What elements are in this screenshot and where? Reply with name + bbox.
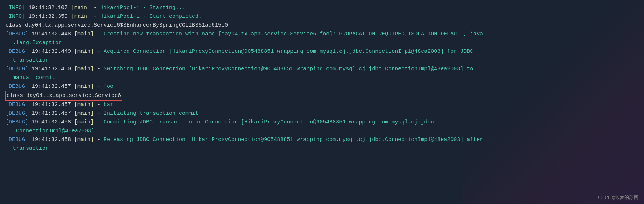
log-line: class day04.tx.app.service.Service6$$Enh… bbox=[5, 21, 639, 30]
log-line-indent: transaction bbox=[5, 144, 639, 153]
log-line: [INFO] 19:41:32.359 [main] - HikariPool-… bbox=[5, 12, 639, 21]
log-line-indent: manual commit bbox=[5, 74, 639, 82]
log-line: [DEBUG] 19:41:32.448 [main] - Creating n… bbox=[5, 30, 639, 39]
log-line: [DEBUG] 19:41:32.450 [main] - Switching … bbox=[5, 65, 639, 74]
log-line: [DEBUG] 19:41:32.449 [main] - Acquired C… bbox=[5, 47, 639, 56]
log-line-indent: .lang.Exception bbox=[5, 39, 639, 47]
log-line: [DEBUG] 19:41:32.457 [main] - Initiating… bbox=[5, 109, 639, 118]
watermark: CSDN @似梦的苏网 bbox=[598, 194, 639, 201]
log-line: [INFO] 19:41:32.107 [main] - HikariPool-… bbox=[5, 4, 639, 12]
log-line-highlighted: class day04.tx.app.service.Service6 bbox=[5, 91, 639, 101]
log-line: [DEBUG] 19:41:32.457 [main] - bar bbox=[5, 101, 639, 109]
log-container: [INFO] 19:41:32.107 [main] - HikariPool-… bbox=[0, 0, 644, 204]
log-line: [DEBUG] 19:41:32.457 [main] - foo bbox=[5, 82, 639, 91]
log-line-indent: transaction bbox=[5, 56, 639, 65]
log-line: [DEBUG] 19:41:32.458 [main] - Releasing … bbox=[5, 136, 639, 144]
log-line: [DEBUG] 19:41:32.458 [main] - Committing… bbox=[5, 118, 639, 127]
log-line-indent: .ConnectionImpl@48ea2003] bbox=[5, 127, 639, 136]
